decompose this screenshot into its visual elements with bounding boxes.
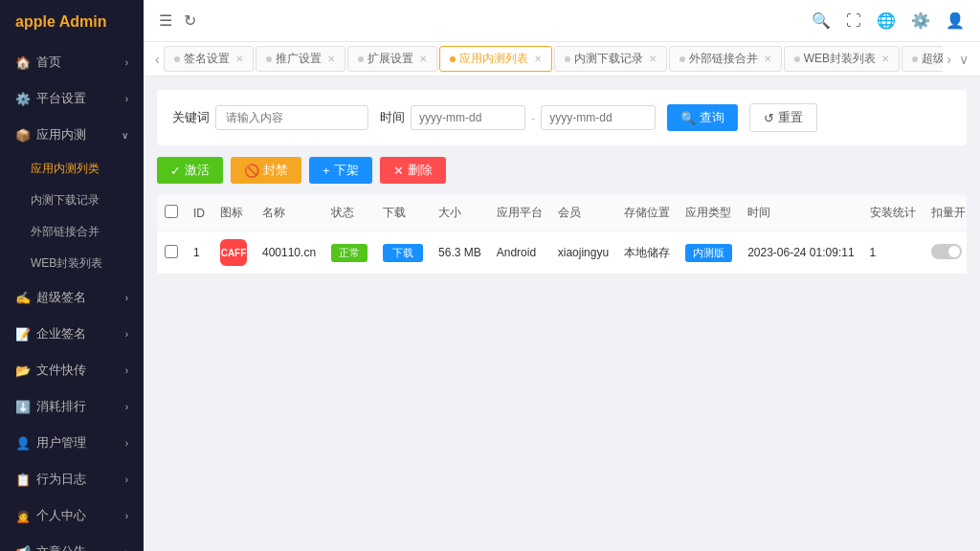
user-icon[interactable]: 👤 <box>946 11 965 30</box>
tab-external-label: 外部链接合并 <box>689 51 758 67</box>
close-icon[interactable]: ✕ <box>419 54 427 64</box>
sidebar: apple Admin 🏠首页 › ⚙️平台设置 › 📦应用内测 ∨ 应用内测列… <box>0 0 144 551</box>
close-icon[interactable]: ✕ <box>534 54 542 64</box>
refresh-icon[interactable]: ↻ <box>184 11 196 30</box>
delete-button[interactable]: ✕ 删除 <box>380 157 446 184</box>
tab-app-list-label: 应用内测列表 <box>459 51 528 67</box>
time-label: 时间 <box>380 109 405 126</box>
date-from-input[interactable] <box>411 105 525 130</box>
sidebar-item-app-inner-label: 应用内测 <box>36 126 86 143</box>
col-status: 状态 <box>323 195 375 231</box>
content-area: 关键词 时间 - 🔍 查询 ↺ 重置 ✓ 激活 <box>144 77 980 551</box>
col-time: 时间 <box>740 195 861 231</box>
sidebar-item-behavior-log[interactable]: 📋行为日志 › <box>0 461 144 497</box>
sidebar-item-personal-center[interactable]: 🙍个人中心 › <box>0 497 144 534</box>
sidebar-item-file-transfer[interactable]: 📂文件快传 › <box>0 352 144 388</box>
toggle-switch[interactable] <box>931 244 962 259</box>
table-header: ID 图标 名称 状态 下载 大小 应用平台 会员 存储位置 应用类型 时间 安… <box>157 195 967 231</box>
sidebar-sub-web-list[interactable]: WEB封装列表 <box>0 248 144 279</box>
sidebar-item-behavior-log-label: 行为日志 <box>36 471 86 488</box>
close-icon[interactable]: ✕ <box>235 54 243 64</box>
tab-promote[interactable]: 推广设置 ✕ <box>256 46 345 72</box>
col-toggle: 扣量开关 <box>924 195 967 231</box>
sidebar-sub-download-record[interactable]: 内测下载记录 <box>0 185 144 216</box>
file-icon: 📂 <box>15 364 31 378</box>
delete-icon: ✕ <box>393 164 404 178</box>
tab-dot <box>174 56 180 62</box>
cell-icon: CAFF <box>212 231 255 275</box>
activate-button[interactable]: ✓ 激活 <box>157 157 223 184</box>
plus-icon: + <box>323 164 330 178</box>
row-checkbox[interactable] <box>165 245 178 258</box>
shelve-button[interactable]: + 下架 <box>309 157 372 184</box>
sidebar-item-user-manage-label: 用户管理 <box>36 434 86 452</box>
sidebar-item-consume-rank-label: 消耗排行 <box>36 398 86 415</box>
tab-super[interactable]: 超级签列表 ✕ <box>902 46 943 72</box>
tabs-prev-button[interactable]: ‹ <box>151 52 164 67</box>
tab-dot <box>679 56 685 62</box>
tab-external[interactable]: 外部链接合并 ✕ <box>669 46 782 72</box>
download-button[interactable]: 下载 <box>383 244 423 262</box>
fullscreen-icon[interactable]: ⛶ <box>846 12 861 30</box>
tab-dot <box>565 56 570 62</box>
tab-extend[interactable]: 扩展设置 ✕ <box>347 46 437 72</box>
sidebar-item-home[interactable]: 🏠首页 › <box>0 44 144 80</box>
keyword-input[interactable] <box>215 105 368 130</box>
tab-extend-label: 扩展设置 <box>368 51 413 67</box>
tabs-bar: ‹ 签名设置 ✕ 推广设置 ✕ 扩展设置 ✕ 应用内测列表 ✕ <box>144 42 980 77</box>
col-platform: 应用平台 <box>489 195 550 231</box>
sidebar-item-enterprise-sign[interactable]: 📝企业签名 › <box>0 316 144 352</box>
tab-download[interactable]: 内测下载记录 ✕ <box>554 46 667 72</box>
tab-dot <box>358 56 364 62</box>
cell-id: 1 <box>186 231 212 275</box>
ban-button[interactable]: 🚫 封禁 <box>231 157 301 184</box>
sidebar-sub-app-list[interactable]: 应用内测列类 <box>0 153 144 185</box>
tabs-list: 签名设置 ✕ 推广设置 ✕ 扩展设置 ✕ 应用内测列表 ✕ 内测下载记录 <box>164 46 944 72</box>
language-icon[interactable]: 🌐 <box>877 11 896 30</box>
tabs-next-button[interactable]: › <box>943 52 955 67</box>
settings-icon[interactable]: ⚙️ <box>911 11 930 30</box>
cell-app-type: 内测版 <box>678 231 740 275</box>
tab-download-label: 内测下载记录 <box>574 51 643 67</box>
tab-web[interactable]: WEB封装列表 ✕ <box>784 46 900 72</box>
reset-icon: ↺ <box>764 111 774 125</box>
cell-storage: 本地储存 <box>616 231 678 275</box>
reset-button[interactable]: ↺ 重置 <box>749 103 817 132</box>
sidebar-sub-external-link[interactable]: 外部链接合并 <box>0 216 144 248</box>
article-icon: 📢 <box>15 545 31 552</box>
close-icon[interactable]: ✕ <box>764 54 771 64</box>
close-icon[interactable]: ✕ <box>649 54 657 64</box>
tabs-more-button[interactable]: ∨ <box>955 52 972 67</box>
sidebar-item-personal-center-label: 个人中心 <box>36 507 86 524</box>
sidebar-item-consume-rank[interactable]: ⬇️消耗排行 › <box>0 388 144 425</box>
close-icon[interactable]: ✕ <box>881 54 889 64</box>
platform-icon: ⚙️ <box>15 92 31 106</box>
search-icon[interactable]: 🔍 <box>812 11 831 30</box>
col-install-count: 安装统计 <box>862 195 924 231</box>
chevron-down-icon: › <box>125 511 128 521</box>
close-icon[interactable]: ✕ <box>327 54 335 64</box>
chevron-up-icon: ∨ <box>122 130 128 141</box>
sidebar-item-enterprise-sign-label: 企业签名 <box>36 325 86 342</box>
table-row: 1 CAFF 400110.cn 正常 下载 56.3 MB Android <box>157 231 967 275</box>
check-icon: ✓ <box>170 164 181 178</box>
sidebar-logo: apple Admin <box>0 0 144 44</box>
sidebar-item-home-label: 首页 <box>36 54 61 71</box>
date-to-input[interactable] <box>541 105 656 130</box>
toggle-switch-group[interactable]: 关闭 <box>931 244 967 259</box>
tab-dot <box>912 56 918 62</box>
sidebar-item-app-inner[interactable]: 📦应用内测 ∨ <box>0 117 144 153</box>
sidebar-item-platform[interactable]: ⚙️平台设置 › <box>0 80 144 117</box>
col-storage: 存储位置 <box>616 195 678 231</box>
sidebar-item-super-sign[interactable]: ✍️超级签名 › <box>0 279 144 316</box>
tab-sign[interactable]: 签名设置 ✕ <box>164 46 254 72</box>
query-button[interactable]: 🔍 查询 <box>667 104 738 131</box>
tab-app-list[interactable]: 应用内测列表 ✕ <box>439 46 552 72</box>
search-icon: 🔍 <box>680 111 696 125</box>
sidebar-item-platform-label: 平台设置 <box>36 90 86 107</box>
menu-icon[interactable]: ☰ <box>159 11 172 30</box>
sidebar-item-user-manage[interactable]: 👤用户管理 › <box>0 425 144 461</box>
sidebar-item-article[interactable]: 📢文章公告 › <box>0 534 144 551</box>
select-all-checkbox[interactable] <box>165 205 178 218</box>
cell-download: 下载 <box>375 231 431 275</box>
